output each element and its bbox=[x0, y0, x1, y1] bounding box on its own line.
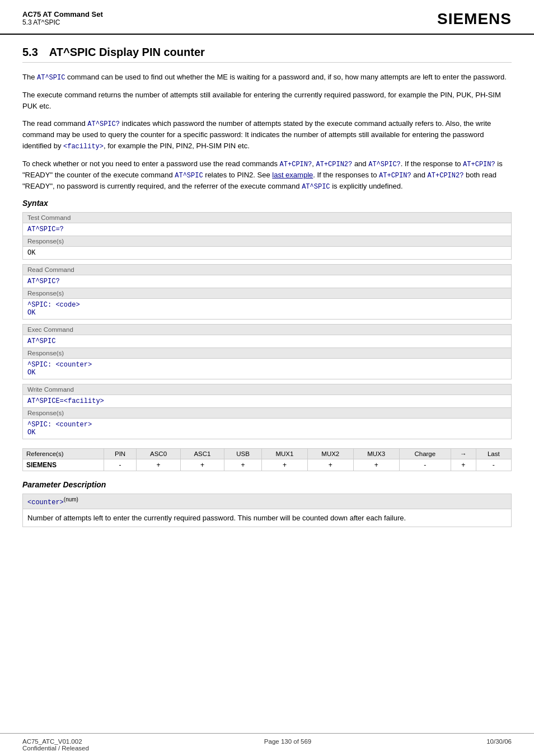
separator-2 bbox=[23, 319, 512, 324]
exec-response-label: Response(s) bbox=[23, 348, 512, 358]
exec-response-row: ^SPIC: <counter>OK bbox=[23, 358, 512, 379]
ref-siemens-pin: - bbox=[104, 459, 137, 471]
exec-response-label-row: Response(s) bbox=[23, 348, 512, 358]
ref-header-asc1: ASC1 bbox=[180, 448, 224, 459]
footer-page: Page 130 of 569 bbox=[264, 738, 311, 752]
ref-siemens-arrow-val: + bbox=[451, 459, 476, 471]
ref-siemens-mux1: + bbox=[261, 459, 307, 471]
ref-header-mux2: MUX2 bbox=[307, 448, 353, 459]
page-footer: AC75_ATC_V01.002 Confidential / Released… bbox=[0, 733, 534, 756]
read-response-row: ^SPIC: <code>OK bbox=[23, 298, 512, 319]
ref-header-pin: PIN bbox=[104, 448, 137, 459]
write-command-code: AT^SPICE=<facility> bbox=[23, 395, 512, 407]
test-command-row: AT^SPIC=? bbox=[23, 223, 512, 236]
test-response-label-row: Response(s) bbox=[23, 236, 512, 246]
exec-command-row: AT^SPIC bbox=[23, 335, 512, 348]
test-response-ok: OK bbox=[23, 246, 512, 259]
ref-siemens-mux3: + bbox=[353, 459, 399, 471]
ref-siemens-asc1: + bbox=[180, 459, 224, 471]
footer-status: Confidential / Released bbox=[22, 745, 89, 752]
syntax-heading: Syntax bbox=[22, 199, 512, 208]
code-atcpin2-2: AT+CPIN2? bbox=[428, 172, 464, 180]
header-left: AC75 AT Command Set 5.3 AT^SPIC bbox=[22, 10, 103, 26]
ref-header-label: Reference(s) bbox=[23, 448, 104, 459]
code-atcpin2-1: AT+CPIN2? bbox=[316, 161, 352, 168]
syntax-table: Test Command AT^SPIC=? Response(s) OK Re… bbox=[22, 212, 512, 439]
read-command-header-row: Read Command bbox=[23, 264, 512, 275]
code-atspic-read: AT^SPIC? bbox=[87, 120, 120, 128]
write-response-code: ^SPIC: <counter>OK bbox=[23, 418, 512, 439]
code-atcpin-2: AT+CPIN? bbox=[463, 161, 495, 168]
code-atspic-4: AT^SPIC bbox=[302, 183, 330, 191]
ref-header-usb: USB bbox=[224, 448, 262, 459]
code-facility: <facility> bbox=[63, 143, 104, 151]
reference-table: Reference(s) PIN ASC0 ASC1 USB MUX1 MUX2… bbox=[22, 448, 512, 471]
write-command-header-row: Write Command bbox=[23, 384, 512, 395]
param-counter-block: <counter>(num) Number of attempts left t… bbox=[22, 494, 512, 528]
ref-siemens-asc0: + bbox=[137, 459, 180, 471]
write-command-row: AT^SPICE=<facility> bbox=[23, 395, 512, 407]
ref-siemens-charge: - bbox=[399, 459, 451, 471]
footer-left: AC75_ATC_V01.002 Confidential / Released bbox=[22, 738, 89, 752]
ref-siemens-last: - bbox=[476, 459, 511, 471]
write-response-label-row: Response(s) bbox=[23, 407, 512, 418]
ref-table-row: SIEMENS - + + + + + + - + - bbox=[23, 459, 512, 471]
test-command-code: AT^SPIC=? bbox=[23, 223, 512, 236]
exec-command-header-row: Exec Command bbox=[23, 324, 512, 335]
page-header: AC75 AT Command Set 5.3 AT^SPIC SIEMENS bbox=[0, 0, 534, 35]
code-atspic-1: AT^SPIC bbox=[37, 74, 65, 82]
param-counter-desc: Number of attempts left to enter the cur… bbox=[22, 509, 512, 528]
ref-header-mux3: MUX3 bbox=[353, 448, 399, 459]
read-command-header: Read Command bbox=[23, 264, 512, 275]
header-subtitle: 5.3 AT^SPIC bbox=[22, 18, 103, 26]
section-title: AT^SPIC Display PIN counter bbox=[49, 46, 205, 59]
exec-command-code: AT^SPIC bbox=[23, 335, 512, 348]
ref-siemens-label: SIEMENS bbox=[23, 459, 104, 471]
code-atcpin-3: AT+CPIN? bbox=[379, 172, 411, 180]
ref-header-mux1: MUX1 bbox=[261, 448, 307, 459]
paragraph-3: The read command AT^SPIC? indicates whic… bbox=[22, 118, 512, 152]
separator-1 bbox=[23, 259, 512, 264]
ref-header-asc0: ASC0 bbox=[137, 448, 180, 459]
paragraph-2: The execute command returns the number o… bbox=[22, 90, 512, 111]
ref-header-arrow: → bbox=[451, 448, 476, 459]
footer-doc-id: AC75_ATC_V01.002 bbox=[22, 738, 89, 745]
footer-date: 10/30/06 bbox=[486, 738, 512, 752]
ref-header-last: Last bbox=[476, 448, 511, 459]
param-counter-tag: <counter>(num) bbox=[22, 494, 512, 509]
paragraph-1: The AT^SPIC command can be used to find … bbox=[22, 72, 512, 83]
code-atspic-q: AT^SPIC? bbox=[368, 161, 401, 168]
header-title: AC75 AT Command Set bbox=[22, 10, 103, 18]
ref-siemens-usb: + bbox=[224, 459, 262, 471]
test-response-label: Response(s) bbox=[23, 236, 512, 246]
read-command-code: AT^SPIC? bbox=[23, 275, 512, 288]
read-response-label-row: Response(s) bbox=[23, 288, 512, 298]
test-response-row: OK bbox=[23, 246, 512, 259]
section-number: 5.3 bbox=[22, 46, 38, 59]
write-command-header: Write Command bbox=[23, 384, 512, 395]
param-heading: Parameter Description bbox=[22, 480, 512, 489]
last-example-link[interactable]: last example bbox=[272, 171, 313, 179]
code-atcpin-1: AT+CPIN? bbox=[280, 161, 312, 168]
param-counter-code: <counter> bbox=[27, 499, 64, 506]
test-command-header: Test Command bbox=[23, 212, 512, 223]
exec-response-code: ^SPIC: <counter>OK bbox=[23, 358, 512, 379]
read-response-code: ^SPIC: <code>OK bbox=[23, 298, 512, 319]
exec-command-header: Exec Command bbox=[23, 324, 512, 335]
separator-3 bbox=[23, 379, 512, 384]
write-response-label: Response(s) bbox=[23, 407, 512, 418]
code-atspic-exec: AT^SPIC bbox=[175, 172, 203, 180]
test-command-header-row: Test Command bbox=[23, 212, 512, 223]
paragraph-4: To check whether or not you need to ente… bbox=[22, 158, 512, 192]
param-counter-sup: (num) bbox=[64, 496, 78, 503]
ref-siemens-mux2: + bbox=[307, 459, 353, 471]
read-response-label: Response(s) bbox=[23, 288, 512, 298]
section-heading: 5.3 AT^SPIC Display PIN counter bbox=[22, 46, 512, 63]
header-brand: SIEMENS bbox=[437, 10, 512, 28]
main-content: 5.3 AT^SPIC Display PIN counter The AT^S… bbox=[0, 35, 534, 545]
write-response-row: ^SPIC: <counter>OK bbox=[23, 418, 512, 439]
ref-table-header-row: Reference(s) PIN ASC0 ASC1 USB MUX1 MUX2… bbox=[23, 448, 512, 459]
read-command-row: AT^SPIC? bbox=[23, 275, 512, 288]
ref-header-charge: Charge bbox=[399, 448, 451, 459]
